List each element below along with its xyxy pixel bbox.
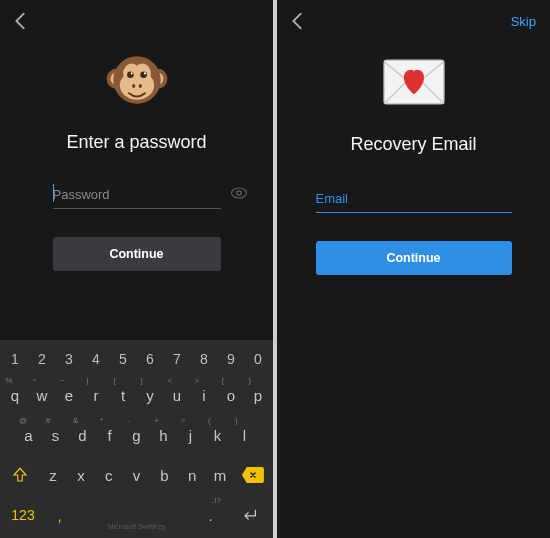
key-n[interactable]: n	[179, 456, 205, 494]
key-1[interactable]: 1	[3, 344, 28, 374]
password-field-row[interactable]	[53, 181, 221, 209]
key-j[interactable]: =j	[178, 416, 203, 454]
key-5[interactable]: 5	[111, 344, 136, 374]
key-w[interactable]: ^w	[30, 376, 55, 414]
topbar	[0, 0, 273, 42]
key-comma[interactable]: ,	[46, 496, 73, 534]
email-field-row[interactable]	[316, 185, 512, 213]
keyboard-brand: Microsoft SwiftKey	[108, 523, 166, 530]
text-cursor	[53, 184, 54, 202]
recovery-email-screen: Skip Recovery Email Continue	[277, 0, 550, 538]
key-c[interactable]: c	[96, 456, 122, 494]
back-icon[interactable]	[10, 10, 32, 32]
key-v[interactable]: v	[124, 456, 150, 494]
key-l[interactable]: )l	[232, 416, 257, 454]
key-period[interactable]: ..!?.	[197, 496, 224, 534]
password-screen: Enter a password Continue 1234567890 %q^…	[0, 0, 273, 538]
key-b[interactable]: b	[151, 456, 177, 494]
svg-point-13	[138, 84, 141, 88]
content: Enter a password Continue	[0, 42, 273, 271]
key-s[interactable]: #s	[43, 416, 68, 454]
svg-point-15	[236, 191, 240, 195]
key-0[interactable]: 0	[246, 344, 271, 374]
back-icon[interactable]	[287, 10, 309, 32]
key-enter[interactable]	[226, 496, 271, 534]
svg-point-14	[231, 188, 246, 198]
svg-point-9	[140, 71, 147, 78]
key-2[interactable]: 2	[30, 344, 55, 374]
continue-button[interactable]: Continue	[316, 241, 512, 275]
key-3[interactable]: 3	[57, 344, 82, 374]
show-password-icon[interactable]	[229, 183, 249, 207]
page-title: Recovery Email	[350, 134, 476, 155]
key-t[interactable]: [t	[111, 376, 136, 414]
svg-point-12	[132, 84, 135, 88]
key-k[interactable]: (k	[205, 416, 230, 454]
key-e[interactable]: ~e	[57, 376, 82, 414]
svg-point-8	[127, 71, 134, 78]
key-u[interactable]: <u	[165, 376, 190, 414]
svg-point-10	[130, 72, 132, 74]
key-i[interactable]: >i	[192, 376, 217, 414]
key-4[interactable]: 4	[84, 344, 109, 374]
continue-button[interactable]: Continue	[53, 237, 221, 271]
monkey-icon	[103, 46, 171, 114]
topbar: Skip	[277, 0, 550, 42]
page-title: Enter a password	[66, 132, 206, 153]
key-x[interactable]: x	[68, 456, 94, 494]
email-input[interactable]	[316, 189, 512, 208]
key-6[interactable]: 6	[138, 344, 163, 374]
key-d[interactable]: &d	[70, 416, 95, 454]
password-input[interactable]	[53, 185, 221, 204]
content: Recovery Email Continue	[277, 42, 550, 275]
key-8[interactable]: 8	[192, 344, 217, 374]
key-q[interactable]: %q	[3, 376, 28, 414]
key-h[interactable]: +h	[151, 416, 176, 454]
key-shift[interactable]	[2, 456, 38, 494]
key-a[interactable]: @a	[16, 416, 41, 454]
key-r[interactable]: |r	[84, 376, 109, 414]
envelope-heart-icon	[380, 48, 448, 116]
key-9[interactable]: 9	[219, 344, 244, 374]
key-o[interactable]: {o	[219, 376, 244, 414]
key-y[interactable]: ]y	[138, 376, 163, 414]
key-backspace[interactable]	[235, 456, 271, 494]
skip-link[interactable]: Skip	[511, 14, 540, 29]
key-m[interactable]: m	[207, 456, 233, 494]
key-7[interactable]: 7	[165, 344, 190, 374]
svg-point-11	[143, 72, 145, 74]
key-numtoggle[interactable]: 123	[2, 496, 44, 534]
key-f[interactable]: *f	[97, 416, 122, 454]
key-p[interactable]: }p	[246, 376, 271, 414]
soft-keyboard: 1234567890 %q^w~e|r[t]y<u>i{o}p @a#s&d*f…	[0, 340, 273, 538]
key-g[interactable]: -g	[124, 416, 149, 454]
key-z[interactable]: z	[40, 456, 66, 494]
